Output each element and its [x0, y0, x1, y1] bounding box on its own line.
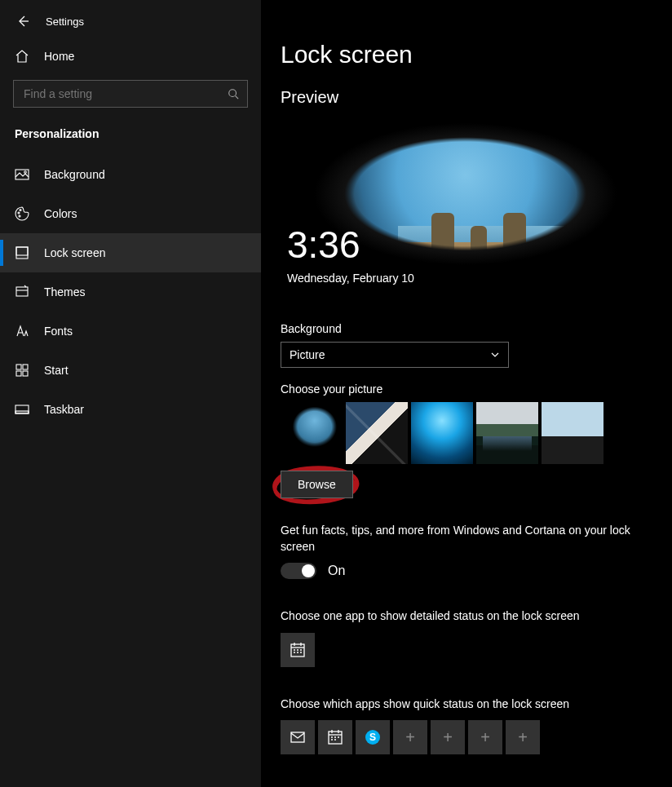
- chevron-down-icon: [490, 350, 500, 360]
- sidebar-item-label: Fonts: [44, 325, 73, 338]
- detailed-status-label: Choose one app to show detailed status o…: [281, 608, 631, 625]
- picture-thumbnail[interactable]: [346, 402, 408, 464]
- svg-point-4: [20, 210, 21, 211]
- app-title: Settings: [46, 15, 84, 28]
- fun-facts-state: On: [328, 564, 345, 578]
- titlebar: Settings: [0, 10, 261, 39]
- quick-status-app-add[interactable]: +: [431, 720, 465, 754]
- sidebar-item-start[interactable]: Start: [0, 351, 261, 390]
- sidebar-item-themes[interactable]: Themes: [0, 272, 261, 312]
- sidebar-item-label: Start: [44, 364, 69, 377]
- sidebar-item-label: Background: [44, 168, 105, 181]
- plus-icon: +: [480, 728, 490, 747]
- nav-home-label: Home: [44, 50, 74, 63]
- svg-rect-16: [291, 732, 304, 742]
- back-icon[interactable]: [16, 15, 29, 28]
- sidebar-item-label: Lock screen: [44, 246, 105, 259]
- sidebar-item-label: Themes: [44, 285, 86, 298]
- picture-thumbnail[interactable]: [476, 402, 538, 464]
- preview-heading: Preview: [281, 88, 672, 107]
- browse-button[interactable]: Browse: [281, 471, 353, 498]
- svg-rect-7: [16, 247, 28, 255]
- preview-date: Wednesday, February 10: [287, 272, 414, 285]
- picture-icon: [15, 167, 29, 182]
- main-content: Lock screen Preview 3:36 Wednesday, Febr…: [261, 0, 672, 787]
- picture-thumbnail[interactable]: [411, 402, 473, 464]
- skype-icon: S: [364, 728, 382, 746]
- choose-picture-label: Choose your picture: [281, 382, 672, 396]
- plus-icon: +: [443, 728, 453, 747]
- themes-icon: [15, 285, 29, 299]
- mail-icon: [289, 728, 307, 746]
- lock-screen-icon: [15, 245, 29, 260]
- browse-button-label: Browse: [298, 478, 336, 491]
- fun-facts-toggle[interactable]: [281, 563, 316, 579]
- page-title: Lock screen: [281, 41, 672, 69]
- svg-rect-11: [16, 371, 21, 376]
- plus-icon: +: [518, 728, 528, 747]
- sidebar: Settings Home Personalization Background…: [0, 0, 261, 787]
- picture-thumbnail[interactable]: [542, 402, 603, 464]
- section-title: Personalization: [0, 122, 261, 155]
- svg-rect-9: [16, 365, 21, 369]
- detailed-status-app[interactable]: [281, 633, 315, 667]
- svg-point-5: [19, 215, 20, 217]
- svg-rect-12: [23, 371, 28, 376]
- calendar-icon: [289, 641, 307, 659]
- sidebar-item-lock-screen[interactable]: Lock screen: [0, 233, 261, 272]
- sidebar-item-label: Colors: [44, 207, 77, 220]
- quick-status-app-calendar[interactable]: [318, 720, 352, 754]
- quick-status-label: Choose which apps show quick status on t…: [281, 696, 631, 713]
- picture-thumbnails: [281, 402, 672, 464]
- start-icon: [15, 363, 29, 378]
- quick-status-app-add[interactable]: +: [468, 720, 502, 754]
- background-dropdown-value: Picture: [290, 348, 325, 361]
- sidebar-item-taskbar[interactable]: Taskbar: [0, 390, 261, 429]
- picture-thumbnail[interactable]: [281, 402, 343, 464]
- sidebar-item-fonts[interactable]: Fonts: [0, 312, 261, 351]
- quick-status-app-add[interactable]: +: [506, 720, 540, 754]
- svg-rect-8: [16, 287, 28, 296]
- calendar-icon: [326, 728, 344, 746]
- fonts-icon: [15, 324, 29, 338]
- sidebar-item-background[interactable]: Background: [0, 155, 261, 194]
- preview-time: 3:36: [287, 223, 360, 267]
- quick-status-app-skype[interactable]: S: [356, 720, 390, 754]
- search-field[interactable]: [22, 86, 228, 101]
- svg-rect-10: [23, 365, 28, 369]
- quick-status-app-mail[interactable]: [281, 720, 315, 754]
- home-icon: [15, 49, 29, 64]
- background-dropdown[interactable]: Picture: [281, 342, 509, 368]
- quick-status-app-add[interactable]: +: [393, 720, 427, 754]
- plus-icon: +: [405, 728, 415, 747]
- svg-point-2: [24, 171, 27, 174]
- background-label: Background: [281, 322, 672, 335]
- search-input[interactable]: [13, 80, 248, 108]
- svg-rect-14: [15, 411, 29, 413]
- svg-rect-6: [16, 247, 28, 259]
- svg-point-0: [229, 90, 237, 97]
- svg-point-3: [18, 212, 20, 214]
- sidebar-item-colors[interactable]: Colors: [0, 194, 261, 233]
- lock-screen-preview: 3:36 Wednesday, February 10: [281, 118, 617, 307]
- sidebar-item-label: Taskbar: [44, 403, 84, 416]
- nav-home[interactable]: Home: [0, 39, 261, 73]
- svg-text:S: S: [369, 732, 376, 743]
- palette-icon: [15, 206, 29, 221]
- fun-facts-label: Get fun facts, tips, and more from Windo…: [281, 523, 631, 555]
- search-icon: [228, 88, 239, 99]
- taskbar-icon: [15, 402, 29, 417]
